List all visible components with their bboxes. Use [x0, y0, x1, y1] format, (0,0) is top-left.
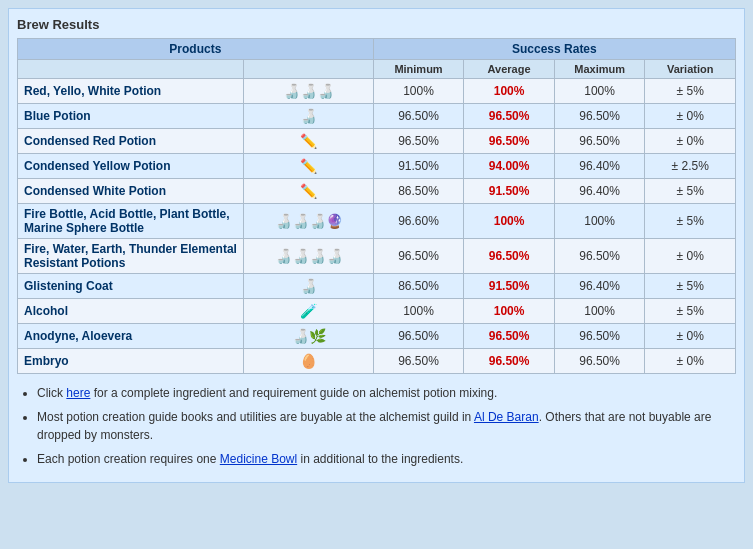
avg-cell: 91.50% [464, 179, 555, 204]
brew-results-container: Brew Results Products Success Rates Mini… [8, 8, 745, 483]
min-cell: 86.50% [373, 179, 464, 204]
product-name-cell: Blue Potion [18, 104, 244, 129]
sub-var-header: Variation [645, 60, 736, 79]
table-row: Anodyne, Aloevera🍶🌿96.50%96.50%96.50%± 0… [18, 324, 736, 349]
product-name-cell: Condensed Yellow Potion [18, 154, 244, 179]
product-icon-cell: 🍶🌿 [244, 324, 373, 349]
var-cell: ± 5% [645, 79, 736, 104]
table-row: Condensed White Potion✏️86.50%91.50%96.4… [18, 179, 736, 204]
max-cell: 100% [554, 299, 645, 324]
product-name-cell: Alcohol [18, 299, 244, 324]
table-row: Alcohol🧪100%100%100%± 5% [18, 299, 736, 324]
sub-max-header: Maximum [554, 60, 645, 79]
alcohol-icon: 🧪 [300, 303, 317, 319]
avg-cell: 96.50% [464, 129, 555, 154]
min-cell: 86.50% [373, 274, 464, 299]
avg-cell: 96.50% [464, 324, 555, 349]
product-name-cell: Condensed White Potion [18, 179, 244, 204]
table-row: Fire, Water, Earth, Thunder Elemental Re… [18, 239, 736, 274]
white-potion-icon: 🍶 [317, 83, 334, 99]
sub-icon-header [244, 60, 373, 79]
var-cell: ± 0% [645, 324, 736, 349]
condensed-red-icon: ✏️ [300, 133, 317, 149]
max-cell: 96.40% [554, 274, 645, 299]
product-icon-cell: 🥚 [244, 349, 373, 374]
max-cell: 96.40% [554, 179, 645, 204]
brew-table: Products Success Rates Minimum Average M… [17, 38, 736, 374]
max-cell: 96.50% [554, 129, 645, 154]
table-row: Condensed Yellow Potion✏️91.50%94.00%96.… [18, 154, 736, 179]
note-link[interactable]: Medicine Bowl [220, 452, 297, 466]
condensed-yellow-icon: ✏️ [300, 158, 317, 174]
table-row: Red, Yello, White Potion🍶🍶🍶100%100%100%±… [18, 79, 736, 104]
min-cell: 96.50% [373, 104, 464, 129]
min-cell: 100% [373, 79, 464, 104]
condensed-white-icon: ✏️ [300, 183, 317, 199]
product-icon-cell: ✏️ [244, 129, 373, 154]
var-cell: ± 5% [645, 299, 736, 324]
embryo-icon: 🥚 [300, 353, 317, 369]
table-row: Embryo🥚96.50%96.50%96.50%± 0% [18, 349, 736, 374]
min-cell: 100% [373, 299, 464, 324]
avg-cell: 96.50% [464, 239, 555, 274]
note-item: Click here for a complete ingredient and… [37, 384, 736, 402]
product-icon-cell: ✏️ [244, 179, 373, 204]
var-cell: ± 5% [645, 204, 736, 239]
var-cell: ± 5% [645, 179, 736, 204]
sub-min-header: Minimum [373, 60, 464, 79]
note-item: Each potion creation requires one Medici… [37, 450, 736, 468]
avg-cell: 100% [464, 79, 555, 104]
yellow-potion-icon: 🍶 [300, 83, 317, 99]
min-cell: 96.60% [373, 204, 464, 239]
avg-cell: 100% [464, 299, 555, 324]
var-cell: ± 0% [645, 349, 736, 374]
max-cell: 96.40% [554, 154, 645, 179]
sub-avg-header: Average [464, 60, 555, 79]
table-row: Fire Bottle, Acid Bottle, Plant Bottle, … [18, 204, 736, 239]
sub-product-header [18, 60, 244, 79]
col-success-header: Success Rates [373, 39, 735, 60]
product-icon-cell: 🍶🍶🍶🍶 [244, 239, 373, 274]
product-name-cell: Glistening Coat [18, 274, 244, 299]
product-name-cell: Embryo [18, 349, 244, 374]
max-cell: 96.50% [554, 239, 645, 274]
var-cell: ± 5% [645, 274, 736, 299]
product-name-cell: Fire Bottle, Acid Bottle, Plant Bottle, … [18, 204, 244, 239]
glistening-coat-icon: 🍶 [300, 278, 317, 294]
max-cell: 100% [554, 79, 645, 104]
anodyne-icon: 🍶 [292, 328, 309, 344]
product-icon-cell: 🍶 [244, 274, 373, 299]
min-cell: 96.50% [373, 349, 464, 374]
min-cell: 96.50% [373, 129, 464, 154]
var-cell: ± 0% [645, 129, 736, 154]
product-name-cell: Condensed Red Potion [18, 129, 244, 154]
avg-cell: 96.50% [464, 104, 555, 129]
note-link[interactable]: Al De Baran [474, 410, 539, 424]
red-potion-icon: 🍶 [283, 83, 300, 99]
product-icon-cell: ✏️ [244, 154, 373, 179]
product-icon-cell: 🍶🍶🍶🔮 [244, 204, 373, 239]
max-cell: 96.50% [554, 324, 645, 349]
note-link[interactable]: here [66, 386, 90, 400]
notes-section: Click here for a complete ingredient and… [17, 384, 736, 468]
var-cell: ± 0% [645, 239, 736, 274]
avg-cell: 94.00% [464, 154, 555, 179]
table-row: Condensed Red Potion✏️96.50%96.50%96.50%… [18, 129, 736, 154]
product-name-cell: Fire, Water, Earth, Thunder Elemental Re… [18, 239, 244, 274]
col-products-header: Products [18, 39, 374, 60]
avg-cell: 96.50% [464, 349, 555, 374]
max-cell: 100% [554, 204, 645, 239]
var-cell: ± 2.5% [645, 154, 736, 179]
avg-cell: 100% [464, 204, 555, 239]
var-cell: ± 0% [645, 104, 736, 129]
table-row: Blue Potion🍶96.50%96.50%96.50%± 0% [18, 104, 736, 129]
note-item: Most potion creation guide books and uti… [37, 408, 736, 444]
aloevera-icon: 🌿 [309, 328, 326, 344]
table-row: Glistening Coat🍶86.50%91.50%96.40%± 5% [18, 274, 736, 299]
product-name-cell: Anodyne, Aloevera [18, 324, 244, 349]
product-name-cell: Red, Yello, White Potion [18, 79, 244, 104]
blue-potion-icon: 🍶 [300, 108, 317, 124]
min-cell: 91.50% [373, 154, 464, 179]
page-title: Brew Results [17, 17, 736, 32]
min-cell: 96.50% [373, 239, 464, 274]
